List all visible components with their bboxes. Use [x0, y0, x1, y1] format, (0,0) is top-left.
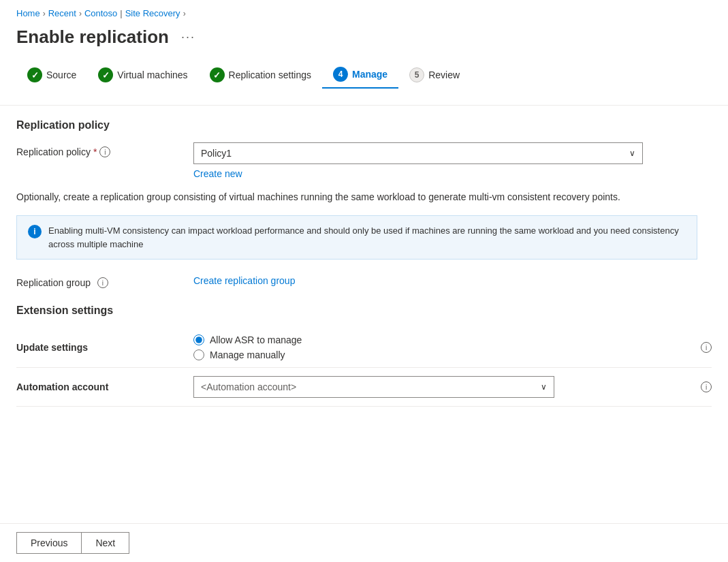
required-indicator: * [93, 146, 97, 157]
replication-policy-info-icon[interactable]: i [99, 146, 110, 157]
info-box-text: Enabling multi-VM consistency can impact… [48, 224, 686, 251]
breadcrumb-recent[interactable]: Recent [48, 8, 76, 18]
chevron-down-icon: ∨ [629, 149, 635, 158]
update-settings-row: Update settings Allow ASR to manage Mana… [16, 328, 712, 368]
replication-policy-label: Replication policy * i [16, 142, 193, 157]
step-review-label: Review [428, 69, 460, 80]
page-title: Enable replication [16, 27, 169, 48]
step-review-number: 5 [415, 70, 420, 80]
breadcrumb: Home › Recent › Contoso | Site Recovery … [0, 0, 728, 24]
next-button[interactable]: Next [81, 532, 129, 554]
replication-group-info-icon[interactable]: i [97, 277, 108, 288]
manage-manually-label: Manage manually [210, 349, 285, 360]
checkmark-icon: ✓ [31, 70, 39, 80]
wizard-steps: ✓ Source ✓ Virtual machines ✓ Replicatio… [0, 61, 728, 106]
replication-group-row: Replication group i Create replication g… [16, 273, 712, 288]
step-vm-circle: ✓ [98, 67, 113, 82]
step-replication-settings[interactable]: ✓ Replication settings [199, 62, 322, 88]
breadcrumb-home[interactable]: Home [16, 8, 40, 18]
create-replication-group-link[interactable]: Create replication group [193, 275, 295, 286]
replication-policy-section-title: Replication policy [16, 119, 712, 131]
update-settings-info-icon[interactable]: i [701, 342, 712, 353]
content-area: Replication policy Replication policy * … [0, 106, 728, 420]
replication-group-label-text: Replication group [16, 277, 91, 288]
step-rep-label: Replication settings [229, 69, 311, 80]
step-vm-label: Virtual machines [117, 69, 187, 80]
automation-account-placeholder: <Automation account> [201, 381, 296, 392]
automation-account-info-icon[interactable]: i [701, 381, 712, 392]
replication-policy-row: Replication policy * i Policy1 ∨ Create … [16, 142, 712, 179]
step-rep-circle: ✓ [210, 67, 225, 82]
step-manage-number: 4 [338, 69, 343, 79]
replication-policy-label-text: Replication policy [16, 146, 91, 157]
breadcrumb-site-recovery[interactable]: Site Recovery [125, 8, 180, 18]
replication-policy-dropdown[interactable]: Policy1 ∨ [193, 142, 643, 164]
breadcrumb-chevron-3: › [183, 9, 186, 18]
previous-button[interactable]: Previous [16, 532, 81, 554]
step-virtual-machines[interactable]: ✓ Virtual machines [87, 62, 198, 88]
update-settings-label: Update settings [16, 342, 193, 353]
automation-account-dropdown[interactable]: <Automation account> ∨ [193, 376, 554, 398]
step-source-label: Source [46, 69, 76, 80]
step-manage[interactable]: 4 Manage [322, 61, 398, 89]
footer: Previous Next [0, 523, 728, 562]
step-review-circle: 5 [409, 67, 424, 82]
update-settings-controls: Allow ASR to manage Manage manually [193, 334, 694, 360]
breadcrumb-contoso[interactable]: Contoso [84, 8, 117, 18]
breadcrumb-separator: | [120, 8, 122, 18]
step-manage-label: Manage [352, 69, 387, 80]
automation-account-row: Automation account <Automation account> … [16, 368, 712, 407]
create-new-link[interactable]: Create new [193, 168, 242, 179]
description-text: Optionally, create a replication group c… [16, 190, 670, 204]
replication-policy-value: Policy1 [201, 148, 232, 159]
step-review[interactable]: 5 Review [398, 62, 471, 88]
allow-asr-label: Allow ASR to manage [210, 334, 302, 345]
info-box-icon: i [28, 225, 42, 238]
extension-settings-title: Extension settings [16, 305, 712, 317]
step-source-circle: ✓ [27, 67, 42, 82]
allow-asr-radio-row[interactable]: Allow ASR to manage [193, 334, 694, 345]
ellipsis-button[interactable]: ··· [177, 29, 200, 46]
manage-manually-radio[interactable] [193, 349, 204, 360]
automation-account-control: <Automation account> ∨ [193, 376, 694, 398]
breadcrumb-chevron-1: › [43, 9, 46, 18]
replication-group-label: Replication group i [16, 273, 193, 288]
automation-account-label: Automation account [16, 381, 193, 392]
step-source[interactable]: ✓ Source [16, 62, 87, 88]
checkmark-icon-3: ✓ [213, 70, 221, 80]
breadcrumb-chevron-2: › [79, 9, 82, 18]
checkmark-icon-2: ✓ [102, 70, 110, 80]
page-title-row: Enable replication ··· [0, 24, 728, 61]
step-manage-circle: 4 [333, 67, 348, 82]
automation-chevron-down-icon: ∨ [541, 382, 547, 392]
manage-manually-radio-row[interactable]: Manage manually [193, 349, 694, 360]
allow-asr-radio[interactable] [193, 334, 204, 345]
info-box: i Enabling multi-VM consistency can impa… [16, 215, 697, 260]
replication-policy-control: Policy1 ∨ Create new [193, 142, 712, 179]
